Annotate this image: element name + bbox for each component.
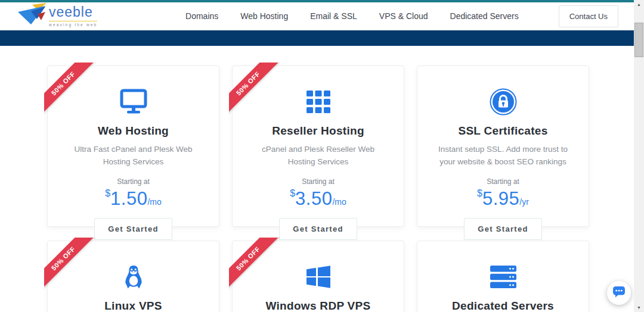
nav-item-email-ssl[interactable]: Email & SSL [310, 11, 357, 21]
price-period: /mo [147, 197, 161, 207]
grid-icon [233, 88, 404, 116]
brand-name: veeble [49, 5, 97, 19]
scrollbar-down-arrow[interactable]: ▼ [634, 303, 644, 312]
card-title: Dedicated Servers [417, 299, 589, 312]
card-windows-rdp-vps: 50% OFF Windows RDP VPS Highly Reliable … [232, 241, 404, 312]
windows-icon [233, 263, 404, 291]
card-title: Reseller Hosting [233, 124, 404, 138]
price-currency: $ [290, 188, 295, 198]
server-stack-icon [417, 263, 589, 291]
main-nav: Domains Web Hosting Email & SSL VPS & Cl… [185, 5, 618, 27]
card-description: Ultra Fast cPanel and Plesk Web Hosting … [63, 143, 203, 169]
nav-item-web-hosting[interactable]: Web Hosting [240, 11, 288, 21]
nav-item-vps-cloud[interactable]: VPS & Cloud [379, 11, 428, 21]
starting-at-label: Starting at [48, 177, 219, 186]
vertical-scrollbar[interactable]: ▲ ▼ [634, 0, 644, 312]
card-description: Instant setup SSL. Add more trust to you… [433, 143, 573, 169]
card-reseller-hosting: 50% OFF Reseller Hosting cPanel and Ples… [232, 65, 404, 227]
chat-bubble-icon [612, 285, 626, 301]
card-title: Web Hosting [48, 124, 219, 138]
card-ssl-certificates: SSL Certificates Instant setup SSL. Add … [417, 65, 589, 227]
price-amount: 5.95 [482, 188, 519, 209]
linux-penguin-icon [48, 263, 219, 291]
price: $5.95/yr [417, 189, 589, 208]
price-amount: 3.50 [295, 188, 332, 209]
get-started-button[interactable]: Get Started [279, 218, 357, 240]
price-period: /yr [519, 197, 529, 207]
nav-item-dedicated-servers[interactable]: Dedicated Servers [450, 11, 519, 21]
brand-tagline: weaving the web [49, 21, 97, 27]
get-started-button[interactable]: Get Started [464, 218, 541, 240]
card-title: Linux VPS [48, 299, 219, 312]
desktop-icon [48, 88, 219, 116]
card-description: cPanel and Plesk Reseller Web Hosting Se… [248, 143, 388, 169]
card-linux-vps: 50% OFF Linux VPS Buy Linux VPS with SSD… [47, 241, 219, 312]
get-started-button[interactable]: Get Started [94, 218, 172, 240]
price: $1.50/mo [48, 189, 219, 208]
padlock-icon [417, 88, 589, 116]
card-title: SSL Certificates [417, 124, 589, 138]
card-title: Windows RDP VPS [233, 299, 404, 312]
paper-plane-logo-icon [18, 3, 47, 29]
banner-strip [0, 30, 644, 46]
brand-logo[interactable]: veeble weaving the web [18, 3, 97, 29]
header: veeble weaving the web Domains Web Hosti… [0, 2, 644, 30]
price: $3.50/mo [233, 189, 404, 208]
card-web-hosting: 50% OFF Web Hosting Ultra Fast cPanel an… [47, 65, 219, 227]
price-period: /mo [332, 197, 346, 207]
starting-at-label: Starting at [417, 177, 589, 186]
nav-item-domains[interactable]: Domains [185, 11, 218, 21]
chat-launcher-button[interactable] [607, 281, 631, 305]
contact-us-button[interactable]: Contact Us [559, 5, 618, 27]
price-currency: $ [105, 188, 110, 198]
service-cards-grid: 50% OFF Web Hosting Ultra Fast cPanel an… [47, 65, 589, 312]
starting-at-label: Starting at [233, 177, 404, 186]
price-amount: 1.50 [110, 188, 147, 209]
price-currency: $ [477, 188, 482, 198]
scrollbar-up-arrow[interactable]: ▲ [634, 0, 644, 9]
scrollbar-thumb[interactable] [634, 23, 643, 57]
card-dedicated-servers: Dedicated Servers Fully Customizable Bar… [417, 241, 589, 312]
